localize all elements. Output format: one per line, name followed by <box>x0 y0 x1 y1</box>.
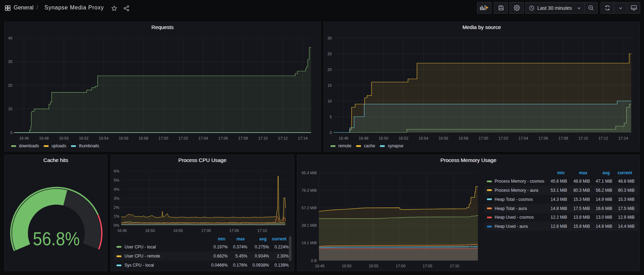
svg-text:17:10: 17:10 <box>258 136 268 140</box>
svg-text:30: 30 <box>327 36 332 40</box>
svg-text:17:14: 17:14 <box>298 136 308 140</box>
svg-text:5: 5 <box>330 115 332 119</box>
svg-text:20: 20 <box>327 68 332 72</box>
svg-text:1%: 1% <box>114 214 119 218</box>
svg-text:17:10: 17:10 <box>257 228 267 233</box>
svg-text:3%: 3% <box>114 196 119 200</box>
svg-text:20: 20 <box>8 83 12 87</box>
svg-text:19.1 MiB: 19.1 MiB <box>302 241 317 245</box>
svg-text:17:00: 17:00 <box>201 228 211 233</box>
svg-text:4%: 4% <box>114 187 119 191</box>
svg-text:5%: 5% <box>114 178 119 182</box>
svg-text:16:56: 16:56 <box>439 136 448 140</box>
svg-text:17:14: 17:14 <box>618 136 628 140</box>
svg-text:76.3 MiB: 76.3 MiB <box>302 188 317 192</box>
svg-text:10: 10 <box>8 107 12 111</box>
svg-text:16:46: 16:46 <box>19 136 29 140</box>
svg-text:0%: 0% <box>114 223 119 227</box>
svg-text:16:52: 16:52 <box>399 136 409 140</box>
svg-text:30: 30 <box>8 59 12 64</box>
svg-text:17:00: 17:00 <box>396 264 405 268</box>
svg-text:17:05: 17:05 <box>229 228 239 233</box>
svg-text:16:58: 16:58 <box>139 136 148 140</box>
svg-text:17:08: 17:08 <box>559 136 568 140</box>
svg-text:17:10: 17:10 <box>579 136 588 140</box>
svg-text:0 B: 0 B <box>311 259 317 263</box>
svg-text:16:58: 16:58 <box>459 136 468 140</box>
svg-text:17:02: 17:02 <box>498 136 508 140</box>
svg-text:0: 0 <box>10 131 12 135</box>
svg-text:38.1 MiB: 38.1 MiB <box>302 223 317 227</box>
svg-text:10: 10 <box>327 99 332 103</box>
svg-text:17:00: 17:00 <box>158 136 168 140</box>
svg-text:16:45: 16:45 <box>117 228 127 233</box>
svg-text:57.2 MiB: 57.2 MiB <box>302 206 317 210</box>
svg-text:16:50: 16:50 <box>145 228 155 233</box>
svg-text:16:56: 16:56 <box>119 136 128 140</box>
svg-text:17:06: 17:06 <box>538 136 548 140</box>
svg-text:17:02: 17:02 <box>178 136 188 140</box>
svg-text:16:52: 16:52 <box>79 136 89 140</box>
svg-text:17:00: 17:00 <box>479 136 488 140</box>
svg-text:17:12: 17:12 <box>278 136 288 140</box>
svg-text:16:46: 16:46 <box>339 136 348 140</box>
svg-text:16:55: 16:55 <box>173 228 183 233</box>
svg-text:17:04: 17:04 <box>198 136 208 140</box>
svg-text:16:50: 16:50 <box>342 264 352 268</box>
svg-text:16:48: 16:48 <box>39 136 49 140</box>
svg-text:17:12: 17:12 <box>599 136 608 140</box>
svg-text:16:54: 16:54 <box>419 136 429 140</box>
svg-text:17:08: 17:08 <box>238 136 248 140</box>
svg-text:2%: 2% <box>114 205 119 210</box>
svg-text:16:50: 16:50 <box>379 136 389 140</box>
svg-text:95.4 MiB: 95.4 MiB <box>302 171 317 175</box>
svg-text:17:10: 17:10 <box>450 264 459 268</box>
svg-text:16:55: 16:55 <box>369 264 378 268</box>
svg-text:40: 40 <box>8 36 12 40</box>
svg-text:16:54: 16:54 <box>99 136 109 140</box>
svg-text:16:45: 16:45 <box>315 264 325 268</box>
svg-text:15: 15 <box>327 83 332 87</box>
svg-text:17:05: 17:05 <box>423 264 432 268</box>
svg-text:25: 25 <box>327 52 332 56</box>
svg-text:16:50: 16:50 <box>59 136 69 140</box>
svg-text:17:04: 17:04 <box>518 136 528 140</box>
svg-text:0: 0 <box>330 131 332 135</box>
svg-text:16:48: 16:48 <box>359 136 369 140</box>
svg-text:6%: 6% <box>114 169 119 173</box>
svg-text:17:06: 17:06 <box>218 136 228 140</box>
svg-text:56.8%: 56.8% <box>33 228 80 249</box>
